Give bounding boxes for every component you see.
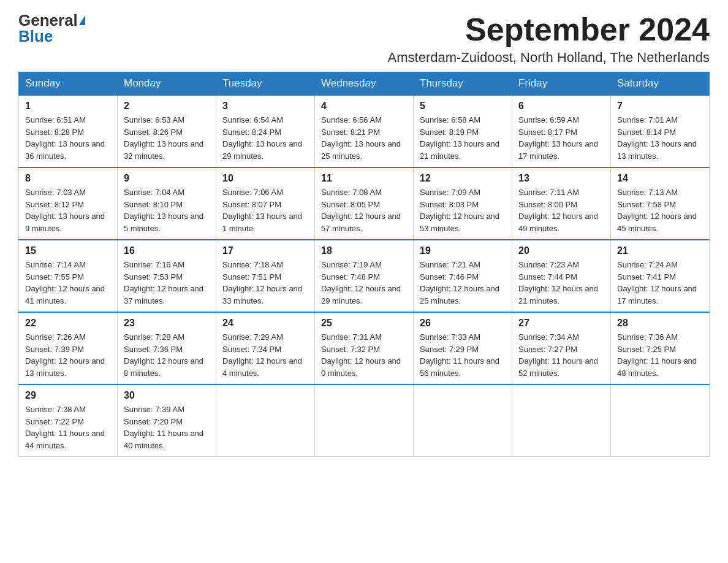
calendar-week-row-4: 22Sunrise: 7:26 AMSunset: 7:39 PMDayligh… xyxy=(19,312,710,385)
day-number: 22 xyxy=(25,318,111,329)
month-title: September 2024 xyxy=(388,12,710,47)
day-number: 23 xyxy=(124,318,210,329)
calendar-cell: 12Sunrise: 7:09 AMSunset: 8:03 PMDayligh… xyxy=(414,167,512,240)
day-number: 21 xyxy=(617,245,703,256)
day-number: 10 xyxy=(222,173,308,184)
day-info: Sunrise: 7:14 AMSunset: 7:55 PMDaylight:… xyxy=(25,259,111,307)
day-number: 26 xyxy=(420,318,506,329)
calendar-cell xyxy=(216,385,315,457)
day-info: Sunrise: 7:19 AMSunset: 7:48 PMDaylight:… xyxy=(321,259,407,307)
calendar-cell: 27Sunrise: 7:34 AMSunset: 7:27 PMDayligh… xyxy=(512,312,611,385)
calendar-cell: 7Sunrise: 7:01 AMSunset: 8:14 PMDaylight… xyxy=(611,95,710,167)
day-number: 25 xyxy=(321,318,407,329)
day-info: Sunrise: 7:29 AMSunset: 7:34 PMDaylight:… xyxy=(222,331,308,379)
calendar-cell: 21Sunrise: 7:24 AMSunset: 7:41 PMDayligh… xyxy=(611,240,710,312)
day-info: Sunrise: 7:39 AMSunset: 7:20 PMDaylight:… xyxy=(124,404,210,451)
day-info: Sunrise: 7:03 AMSunset: 8:12 PMDaylight:… xyxy=(25,186,111,234)
day-info: Sunrise: 7:38 AMSunset: 7:22 PMDaylight:… xyxy=(25,404,111,451)
day-number: 9 xyxy=(124,173,210,184)
day-number: 17 xyxy=(222,245,308,256)
location-subtitle: Amsterdam-Zuidoost, North Holland, The N… xyxy=(388,50,710,66)
calendar-cell: 22Sunrise: 7:26 AMSunset: 7:39 PMDayligh… xyxy=(19,312,118,385)
calendar-cell: 5Sunrise: 6:58 AMSunset: 8:19 PMDaylight… xyxy=(414,95,512,167)
day-number: 13 xyxy=(518,173,604,184)
calendar-header-row: SundayMondayTuesdayWednesdayThursdayFrid… xyxy=(19,72,710,96)
day-info: Sunrise: 7:16 AMSunset: 7:53 PMDaylight:… xyxy=(124,259,210,307)
calendar-header-friday: Friday xyxy=(512,72,611,96)
calendar-cell: 25Sunrise: 7:31 AMSunset: 7:32 PMDayligh… xyxy=(315,312,414,385)
day-info: Sunrise: 7:31 AMSunset: 7:32 PMDaylight:… xyxy=(321,331,407,379)
calendar-header-wednesday: Wednesday xyxy=(315,72,414,96)
calendar-cell: 3Sunrise: 6:54 AMSunset: 8:24 PMDaylight… xyxy=(216,95,315,167)
calendar-table: SundayMondayTuesdayWednesdayThursdayFrid… xyxy=(18,72,710,457)
day-number: 15 xyxy=(25,245,111,256)
day-info: Sunrise: 6:59 AMSunset: 8:17 PMDaylight:… xyxy=(518,114,604,162)
day-number: 2 xyxy=(124,101,210,112)
day-number: 27 xyxy=(518,318,604,329)
day-info: Sunrise: 7:08 AMSunset: 8:05 PMDaylight:… xyxy=(321,186,407,234)
day-number: 4 xyxy=(321,101,407,112)
day-number: 29 xyxy=(25,390,111,401)
day-info: Sunrise: 7:04 AMSunset: 8:10 PMDaylight:… xyxy=(124,186,210,234)
day-number: 8 xyxy=(25,173,111,184)
calendar-header-tuesday: Tuesday xyxy=(216,72,315,96)
day-number: 28 xyxy=(617,318,703,329)
day-number: 14 xyxy=(617,173,703,184)
day-number: 18 xyxy=(321,245,407,256)
day-info: Sunrise: 6:56 AMSunset: 8:21 PMDaylight:… xyxy=(321,114,407,162)
calendar-cell: 10Sunrise: 7:06 AMSunset: 8:07 PMDayligh… xyxy=(216,167,315,240)
day-info: Sunrise: 7:34 AMSunset: 7:27 PMDaylight:… xyxy=(518,331,604,379)
day-info: Sunrise: 7:33 AMSunset: 7:29 PMDaylight:… xyxy=(420,331,506,379)
day-number: 19 xyxy=(420,245,506,256)
calendar-cell: 9Sunrise: 7:04 AMSunset: 8:10 PMDaylight… xyxy=(118,167,216,240)
day-info: Sunrise: 7:18 AMSunset: 7:51 PMDaylight:… xyxy=(222,259,308,307)
calendar-cell: 30Sunrise: 7:39 AMSunset: 7:20 PMDayligh… xyxy=(118,385,216,457)
day-info: Sunrise: 7:11 AMSunset: 8:00 PMDaylight:… xyxy=(518,186,604,234)
day-number: 7 xyxy=(617,101,703,112)
calendar-cell: 29Sunrise: 7:38 AMSunset: 7:22 PMDayligh… xyxy=(19,385,118,457)
calendar-cell: 8Sunrise: 7:03 AMSunset: 8:12 PMDaylight… xyxy=(19,167,118,240)
calendar-cell: 13Sunrise: 7:11 AMSunset: 8:00 PMDayligh… xyxy=(512,167,611,240)
title-section: September 2024 Amsterdam-Zuidoost, North… xyxy=(388,12,710,66)
calendar-cell: 19Sunrise: 7:21 AMSunset: 7:46 PMDayligh… xyxy=(414,240,512,312)
day-number: 1 xyxy=(25,101,111,112)
day-info: Sunrise: 7:09 AMSunset: 8:03 PMDaylight:… xyxy=(420,186,506,234)
calendar-week-row-1: 1Sunrise: 6:51 AMSunset: 8:28 PMDaylight… xyxy=(19,95,710,167)
calendar-header-thursday: Thursday xyxy=(414,72,512,96)
calendar-cell xyxy=(512,385,611,457)
calendar-header-saturday: Saturday xyxy=(611,72,710,96)
day-info: Sunrise: 7:23 AMSunset: 7:44 PMDaylight:… xyxy=(518,259,604,307)
calendar-cell: 16Sunrise: 7:16 AMSunset: 7:53 PMDayligh… xyxy=(118,240,216,312)
calendar-cell xyxy=(611,385,710,457)
day-number: 12 xyxy=(420,173,506,184)
day-number: 3 xyxy=(222,101,308,112)
calendar-cell: 1Sunrise: 6:51 AMSunset: 8:28 PMDaylight… xyxy=(19,95,118,167)
calendar-cell: 4Sunrise: 6:56 AMSunset: 8:21 PMDaylight… xyxy=(315,95,414,167)
calendar-cell: 26Sunrise: 7:33 AMSunset: 7:29 PMDayligh… xyxy=(414,312,512,385)
day-info: Sunrise: 7:24 AMSunset: 7:41 PMDaylight:… xyxy=(617,259,703,307)
calendar-cell: 6Sunrise: 6:59 AMSunset: 8:17 PMDaylight… xyxy=(512,95,611,167)
calendar-cell: 24Sunrise: 7:29 AMSunset: 7:34 PMDayligh… xyxy=(216,312,315,385)
day-info: Sunrise: 7:26 AMSunset: 7:39 PMDaylight:… xyxy=(25,331,111,379)
calendar-cell xyxy=(315,385,414,457)
calendar-header-monday: Monday xyxy=(118,72,216,96)
day-number: 5 xyxy=(420,101,506,112)
day-info: Sunrise: 7:13 AMSunset: 7:58 PMDaylight:… xyxy=(617,186,703,234)
day-info: Sunrise: 6:51 AMSunset: 8:28 PMDaylight:… xyxy=(25,114,111,162)
calendar-cell: 17Sunrise: 7:18 AMSunset: 7:51 PMDayligh… xyxy=(216,240,315,312)
day-info: Sunrise: 6:54 AMSunset: 8:24 PMDaylight:… xyxy=(222,114,308,162)
day-info: Sunrise: 7:28 AMSunset: 7:36 PMDaylight:… xyxy=(124,331,210,379)
logo: General Blue xyxy=(18,12,85,44)
calendar-header-sunday: Sunday xyxy=(19,72,118,96)
calendar-cell: 15Sunrise: 7:14 AMSunset: 7:55 PMDayligh… xyxy=(19,240,118,312)
day-number: 20 xyxy=(518,245,604,256)
calendar-week-row-5: 29Sunrise: 7:38 AMSunset: 7:22 PMDayligh… xyxy=(19,385,710,457)
day-info: Sunrise: 6:58 AMSunset: 8:19 PMDaylight:… xyxy=(420,114,506,162)
calendar-cell: 20Sunrise: 7:23 AMSunset: 7:44 PMDayligh… xyxy=(512,240,611,312)
day-number: 30 xyxy=(124,390,210,401)
logo-triangle-icon xyxy=(79,15,85,25)
day-number: 24 xyxy=(222,318,308,329)
calendar-week-row-2: 8Sunrise: 7:03 AMSunset: 8:12 PMDaylight… xyxy=(19,167,710,240)
day-info: Sunrise: 7:01 AMSunset: 8:14 PMDaylight:… xyxy=(617,114,703,162)
calendar-cell: 11Sunrise: 7:08 AMSunset: 8:05 PMDayligh… xyxy=(315,167,414,240)
